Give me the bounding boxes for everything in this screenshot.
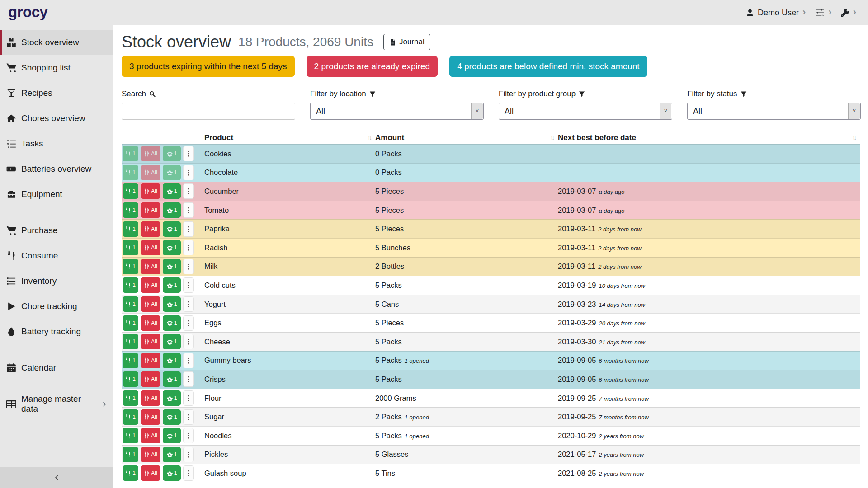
consume-all-button[interactable]: All — [141, 202, 160, 218]
row-menu-button[interactable]: ⋮ — [183, 277, 194, 293]
row-menu-button[interactable]: ⋮ — [183, 240, 194, 255]
consume-one-button[interactable]: 1 — [123, 428, 138, 443]
open-one-button[interactable]: 1 — [163, 221, 181, 237]
journal-button[interactable]: Journal — [383, 34, 430, 50]
column-header-product[interactable]: Product ↑↓ — [204, 131, 375, 144]
open-one-button[interactable]: 1 — [163, 334, 181, 349]
sidebar-item-purchase[interactable]: Purchase — [0, 218, 113, 243]
sidebar-item-tasks[interactable]: Tasks — [0, 131, 113, 156]
consume-all-button[interactable]: All — [141, 353, 160, 368]
consume-all-button[interactable]: All — [141, 296, 160, 312]
consume-one-button[interactable]: 1 — [123, 465, 138, 481]
open-one-button[interactable]: 1 — [163, 371, 181, 387]
consume-one-button[interactable]: 1 — [123, 183, 138, 199]
consume-all-button[interactable]: All — [141, 165, 160, 180]
consume-all-button[interactable]: All — [141, 447, 160, 462]
open-one-button[interactable]: 1 — [163, 390, 181, 406]
consume-one-button[interactable]: 1 — [123, 371, 138, 387]
row-menu-button[interactable]: ⋮ — [183, 315, 194, 331]
open-one-button[interactable]: 1 — [163, 183, 181, 199]
row-menu-button[interactable]: ⋮ — [183, 428, 194, 443]
brand-logo[interactable]: grocy — [8, 4, 47, 21]
row-menu-button[interactable]: ⋮ — [183, 409, 194, 425]
consume-all-button[interactable]: All — [141, 409, 160, 425]
consume-one-button[interactable]: 1 — [123, 221, 138, 237]
row-menu-button[interactable]: ⋮ — [183, 447, 194, 462]
consume-one-button[interactable]: 1 — [123, 447, 138, 462]
consume-all-button[interactable]: All — [141, 277, 160, 293]
sidebar-item-shopping-list[interactable]: Shopping list — [0, 55, 113, 80]
consume-one-button[interactable]: 1 — [123, 353, 138, 368]
row-menu-button[interactable]: ⋮ — [183, 221, 194, 237]
sidebar-item-stock-overview[interactable]: Stock overview — [0, 30, 113, 55]
open-one-button[interactable]: 1 — [163, 353, 181, 368]
consume-one-button[interactable]: 1 — [123, 315, 138, 331]
admin-menu[interactable]: › — [841, 9, 856, 17]
consume-one-button[interactable]: 1 — [123, 409, 138, 425]
consume-all-button[interactable]: All — [141, 146, 160, 161]
consume-all-button[interactable]: All — [141, 390, 160, 406]
sidebar-item-chores-overview[interactable]: Chores overview — [0, 106, 113, 131]
consume-all-button[interactable]: All — [141, 334, 160, 349]
sidebar-collapse-button[interactable] — [0, 467, 113, 488]
consume-one-button[interactable]: 1 — [123, 390, 138, 406]
row-menu-button[interactable]: ⋮ — [183, 334, 194, 349]
consume-one-button[interactable]: 1 — [123, 296, 138, 312]
sidebar-item-batteries-overview[interactable]: Batteries overview — [0, 156, 113, 182]
consume-one-button[interactable]: 1 — [123, 165, 138, 180]
row-menu-button[interactable]: ⋮ — [183, 390, 194, 406]
filter-select[interactable]: All˅ — [310, 103, 484, 120]
row-menu-button[interactable]: ⋮ — [183, 259, 194, 274]
open-one-button[interactable]: 1 — [163, 428, 181, 443]
sidebar-item-manage-master-data[interactable]: Manage master data — [0, 391, 113, 417]
settings-menu[interactable]: › — [815, 8, 831, 18]
open-one-button[interactable]: 1 — [163, 315, 181, 331]
column-header-next-best-before-date[interactable]: Next best before date ↑↓ — [558, 131, 860, 144]
sidebar-item-calendar[interactable]: Calendar — [0, 355, 113, 380]
status-alert-1[interactable]: 2 products are already expired — [307, 56, 438, 77]
consume-all-button[interactable]: All — [141, 259, 160, 274]
consume-all-button[interactable]: All — [141, 428, 160, 443]
row-menu-button[interactable]: ⋮ — [183, 183, 194, 199]
open-one-button[interactable]: 1 — [163, 296, 181, 312]
consume-all-button[interactable]: All — [141, 371, 160, 387]
consume-one-button[interactable]: 1 — [123, 277, 138, 293]
row-menu-button[interactable]: ⋮ — [183, 146, 194, 161]
status-alert-2[interactable]: 4 products are below defined min. stock … — [449, 56, 647, 77]
sidebar-item-chore-tracking[interactable]: Chore tracking — [0, 294, 113, 319]
filter-select[interactable]: All˅ — [499, 103, 672, 120]
consume-one-button[interactable]: 1 — [123, 146, 138, 161]
user-menu[interactable]: Demo User › — [746, 8, 806, 18]
filter-select[interactable]: All˅ — [687, 103, 861, 120]
consume-one-button[interactable]: 1 — [123, 259, 138, 274]
consume-all-button[interactable]: All — [141, 465, 160, 481]
consume-all-button[interactable]: All — [141, 240, 160, 255]
open-one-button[interactable]: 1 — [163, 409, 181, 425]
open-one-button[interactable]: 1 — [163, 146, 181, 161]
search-input[interactable] — [122, 103, 295, 120]
sidebar-item-consume[interactable]: Consume — [0, 243, 113, 268]
consume-all-button[interactable]: All — [141, 183, 160, 199]
open-one-button[interactable]: 1 — [163, 202, 181, 218]
open-one-button[interactable]: 1 — [163, 465, 181, 481]
open-one-button[interactable]: 1 — [163, 277, 181, 293]
consume-all-button[interactable]: All — [141, 315, 160, 331]
open-one-button[interactable]: 1 — [163, 259, 181, 274]
row-menu-button[interactable]: ⋮ — [183, 165, 194, 180]
sidebar-item-equipment[interactable]: Equipment — [0, 182, 113, 207]
consume-one-button[interactable]: 1 — [123, 334, 138, 349]
open-one-button[interactable]: 1 — [163, 165, 181, 180]
consume-all-button[interactable]: All — [141, 221, 160, 237]
row-menu-button[interactable]: ⋮ — [183, 371, 194, 387]
sidebar-item-recipes[interactable]: Recipes — [0, 80, 113, 106]
row-menu-button[interactable]: ⋮ — [183, 296, 194, 312]
sidebar-item-inventory[interactable]: Inventory — [0, 268, 113, 294]
consume-one-button[interactable]: 1 — [123, 240, 138, 255]
open-one-button[interactable]: 1 — [163, 447, 181, 462]
column-header-amount[interactable]: Amount ↑↓ — [375, 131, 558, 144]
row-menu-button[interactable]: ⋮ — [183, 465, 194, 481]
row-menu-button[interactable]: ⋮ — [183, 202, 194, 218]
sidebar-item-battery-tracking[interactable]: Battery tracking — [0, 319, 113, 344]
open-one-button[interactable]: 1 — [163, 240, 181, 255]
consume-one-button[interactable]: 1 — [123, 202, 138, 218]
